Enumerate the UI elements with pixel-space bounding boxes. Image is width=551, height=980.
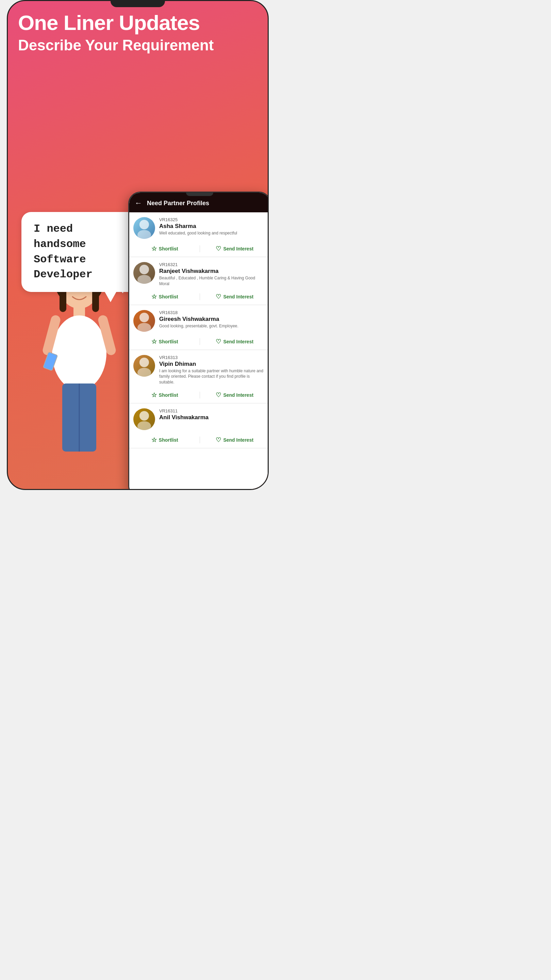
heart-icon: ♡ <box>216 436 221 444</box>
profile-card: VR16313 Vipin Dhiman I am looking for a … <box>129 350 269 404</box>
svg-point-19 <box>140 265 149 274</box>
heart-icon: ♡ <box>216 338 221 345</box>
profile-card: VR16311 Anil Vishwakarma ☆ Shortlist ♡ S… <box>129 404 269 449</box>
outer-phone-notch <box>111 1 165 7</box>
profile-id: VR16313 <box>159 355 266 360</box>
shortlist-label: Shortlist <box>159 437 178 443</box>
profile-name: Vipin Dhiman <box>159 361 266 368</box>
heart-icon: ♡ <box>216 245 221 253</box>
action-row: ☆ Shortlist ♡ Send Interest <box>129 335 269 350</box>
action-divider <box>200 338 200 345</box>
profile-details: VR16313 Vipin Dhiman I am looking for a … <box>159 355 266 385</box>
profile-desc: Well educated, good looking and respectf… <box>159 231 266 236</box>
send-interest-button[interactable]: ♡ Send Interest <box>203 391 266 399</box>
profile-name: Ranjeet Vishwakarma <box>159 268 266 275</box>
action-divider <box>200 437 200 443</box>
profile-details: VR16311 Anil Vishwakarma <box>159 408 266 422</box>
avatar-icon <box>133 217 155 239</box>
svg-point-18 <box>137 230 151 239</box>
shortlist-label: Shortlist <box>159 339 178 344</box>
svg-point-23 <box>140 358 149 367</box>
profile-id: VR16318 <box>159 310 266 315</box>
shortlist-label: Shortlist <box>159 392 178 398</box>
star-icon: ☆ <box>151 338 157 345</box>
action-divider <box>200 392 200 398</box>
action-row: ☆ Shortlist ♡ Send Interest <box>129 290 269 305</box>
action-divider <box>200 293 200 300</box>
profile-info-row: VR16325 Asha Sharma Well educated, good … <box>129 212 269 242</box>
action-divider <box>200 245 200 252</box>
svg-point-24 <box>137 368 151 377</box>
profile-card: VR16325 Asha Sharma Well educated, good … <box>129 212 269 257</box>
action-row: ☆ Shortlist ♡ Send Interest <box>129 434 269 448</box>
star-icon: ☆ <box>151 293 157 301</box>
svg-point-22 <box>137 323 151 332</box>
svg-point-25 <box>140 411 149 421</box>
profile-id: VR16311 <box>159 408 266 414</box>
profile-avatar[interactable] <box>133 310 155 332</box>
avatar-icon <box>133 262 155 284</box>
speech-bubble-text: I need handsomeSoftware Developer <box>34 221 132 282</box>
send-interest-button[interactable]: ♡ Send Interest <box>203 436 266 444</box>
profile-details: VR16325 Asha Sharma Well educated, good … <box>159 217 266 236</box>
send-interest-button[interactable]: ♡ Send Interest <box>203 338 266 345</box>
svg-point-21 <box>140 313 149 322</box>
profile-info-row: VR16318 Gireesh Vishwakarma Good looking… <box>129 305 269 335</box>
send-interest-label: Send Interest <box>223 294 253 299</box>
back-arrow-icon[interactable]: ← <box>135 199 142 208</box>
hero-subtitle: Describe Your Requirement <box>18 37 229 54</box>
speech-bubble: I need handsomeSoftware Developer <box>21 212 144 292</box>
profile-desc: I am looking for a suitable partner with… <box>159 368 266 385</box>
profile-avatar[interactable] <box>133 355 155 377</box>
shortlist-button[interactable]: ☆ Shortlist <box>133 338 196 345</box>
svg-point-26 <box>137 421 151 430</box>
shortlist-button[interactable]: ☆ Shortlist <box>133 436 196 444</box>
profile-details: VR16318 Gireesh Vishwakarma Good looking… <box>159 310 266 329</box>
hero-section: One Liner Updates Describe Your Requirem… <box>18 11 229 54</box>
star-icon: ☆ <box>151 245 157 253</box>
profile-list[interactable]: VR16325 Asha Sharma Well educated, good … <box>129 212 269 490</box>
heart-icon: ♡ <box>216 293 221 301</box>
star-icon: ☆ <box>151 391 157 399</box>
profile-desc: Beautiful , Educated , Humble Caring & H… <box>159 275 266 287</box>
avatar-icon <box>133 355 155 377</box>
heart-icon: ♡ <box>216 391 221 399</box>
send-interest-label: Send Interest <box>223 437 253 443</box>
inner-phone: ← Need Partner Profiles VR16325 Asha Sha… <box>128 192 269 490</box>
outer-phone-frame: One Liner Updates Describe Your Requirem… <box>7 0 269 490</box>
profile-card: VR16321 Ranjeet Vishwakarma Beautiful , … <box>129 257 269 305</box>
hero-title: One Liner Updates <box>18 11 229 34</box>
profile-id: VR16325 <box>159 217 266 222</box>
profile-info-row: VR16313 Vipin Dhiman I am looking for a … <box>129 350 269 388</box>
send-interest-label: Send Interest <box>223 339 253 344</box>
send-interest-label: Send Interest <box>223 392 253 398</box>
profile-info-row: VR16311 Anil Vishwakarma <box>129 404 269 434</box>
profile-card: VR16318 Gireesh Vishwakarma Good looking… <box>129 305 269 350</box>
action-row: ☆ Shortlist ♡ Send Interest <box>129 388 269 403</box>
send-interest-label: Send Interest <box>223 246 253 251</box>
inner-phone-notch <box>186 192 213 196</box>
shortlist-button[interactable]: ☆ Shortlist <box>133 245 196 253</box>
profile-details: VR16321 Ranjeet Vishwakarma Beautiful , … <box>159 262 266 287</box>
svg-point-20 <box>137 275 151 284</box>
profile-avatar[interactable] <box>133 262 155 284</box>
shortlist-label: Shortlist <box>159 246 178 251</box>
profile-desc: Good looking, presentable, govt. Employe… <box>159 323 266 329</box>
profile-avatar[interactable] <box>133 217 155 239</box>
shortlist-label: Shortlist <box>159 294 178 299</box>
svg-point-17 <box>140 220 149 229</box>
profile-info-row: VR16321 Ranjeet Vishwakarma Beautiful , … <box>129 257 269 290</box>
send-interest-button[interactable]: ♡ Send Interest <box>203 293 266 301</box>
avatar-icon <box>133 408 155 430</box>
action-row: ☆ Shortlist ♡ Send Interest <box>129 242 269 257</box>
avatar-icon <box>133 310 155 332</box>
profile-name: Gireesh Vishwakarma <box>159 316 266 323</box>
shortlist-button[interactable]: ☆ Shortlist <box>133 391 196 399</box>
send-interest-button[interactable]: ♡ Send Interest <box>203 245 266 253</box>
profile-avatar[interactable] <box>133 408 155 430</box>
profile-header-title: Need Partner Profiles <box>147 200 209 207</box>
star-icon: ☆ <box>151 436 157 444</box>
shortlist-button[interactable]: ☆ Shortlist <box>133 293 196 301</box>
profile-name: Anil Vishwakarma <box>159 414 266 421</box>
profile-id: VR16321 <box>159 262 266 267</box>
